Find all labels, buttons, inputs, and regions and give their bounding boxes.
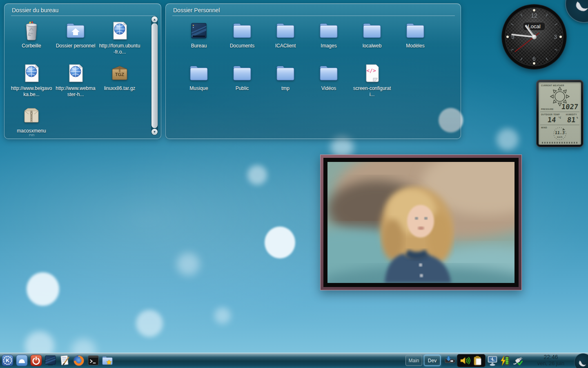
folderview-desktop[interactable]: Dossier du bureau Corbeille Dossier pers…: [4, 3, 161, 139]
humidity-unit: %: [577, 116, 578, 119]
panel-toolbox-cashew[interactable]: [574, 353, 588, 368]
clock-tick: [511, 49, 514, 51]
file-label: Documents: [230, 43, 255, 49]
firefox-icon: [73, 355, 85, 367]
klipper-tray[interactable]: [472, 355, 483, 366]
panel-cashew-container: [577, 353, 587, 368]
file-label: tmp: [281, 85, 290, 92]
network-plug-tray[interactable]: [512, 355, 523, 366]
humidity-value: 81: [566, 116, 576, 124]
file-item-weblink[interactable]: http://www.webmaster-h...: [53, 60, 98, 103]
file-item-folder[interactable]: localweb: [350, 18, 394, 60]
file-item-weblink[interactable]: http://forum.ubuntu-fr.o...: [98, 18, 142, 60]
clock-tick: [546, 58, 548, 61]
desktop-toolbox-cashew[interactable]: [565, 0, 588, 23]
clock-tick: [520, 13, 522, 16]
bokeh-light: [136, 310, 163, 337]
folder-icon: [275, 20, 296, 41]
scrollbar-thumb[interactable]: [151, 23, 158, 128]
wind-label: WIND: [541, 126, 547, 129]
clock-center-cap: [532, 35, 537, 39]
file-item-tgz[interactable]: TGZ linuxx86.tar.gz: [98, 60, 142, 103]
folder-icon: [361, 20, 383, 41]
file-item-folder[interactable]: Images: [307, 18, 350, 60]
file-label: localweb: [363, 43, 382, 49]
file-item-bureau[interactable]: Bureau: [177, 18, 220, 60]
home-folder-icon: [65, 20, 86, 41]
photo-frame-widget[interactable]: [320, 155, 522, 290]
show-desktop-button[interactable]: [44, 354, 57, 367]
virtual-desktop-pager[interactable]: Main Dev: [405, 355, 441, 366]
kde-menu-button[interactable]: K: [1, 354, 14, 367]
wind-unit: km/h: [557, 136, 562, 138]
pager-desktop-main[interactable]: Main: [405, 355, 422, 366]
favorites-folder-icon: [101, 355, 114, 367]
clock-dot: [533, 9, 535, 11]
scroll-up-button[interactable]: ▲: [151, 16, 158, 22]
session-dome-icon: [16, 355, 28, 366]
file-item-weblink[interactable]: http://www.belgavoka.be...: [9, 60, 53, 103]
file-item-folder[interactable]: Vidéos: [307, 60, 350, 103]
clock-number-3: 3: [554, 34, 557, 40]
divider: [172, 16, 455, 16]
battery-tray[interactable]: [499, 355, 511, 366]
tgz-archive-icon: TGZ: [109, 63, 130, 84]
file-item-folder[interactable]: Modèles: [394, 18, 437, 60]
second-hand: [514, 36, 535, 52]
volume-icon: [459, 355, 470, 366]
file-label: Corbeille: [22, 43, 41, 49]
text-editor-button[interactable]: [58, 354, 71, 367]
folderview-home[interactable]: Dossier Personnel Bureau Documents: [165, 3, 461, 139]
bokeh-light: [265, 227, 295, 258]
digital-clock[interactable]: 22:46 ven, 26 juin: [528, 354, 574, 366]
svg-text:TGZ: TGZ: [115, 72, 124, 77]
svg-text:K: K: [5, 358, 9, 364]
svg-text:</>: </>: [366, 67, 376, 74]
device-notifier-tray[interactable]: [444, 355, 456, 366]
weather-station-widget[interactable]: CURRENT WEATHER PRESSURE 1027 OUTDOOR TE…: [536, 80, 584, 147]
file-item-home-folder[interactable]: Dossier personnel: [53, 18, 98, 60]
file-label: Images: [321, 43, 336, 49]
taskbar-panel[interactable]: K: [0, 353, 588, 368]
clock-time: 22:46: [543, 354, 558, 361]
file-item-folder[interactable]: Documents: [220, 18, 264, 60]
analog-clock-widget[interactable]: 12 3 6 9 Local: [502, 4, 566, 69]
file-item-folder[interactable]: Public: [220, 60, 264, 103]
pager-desktop-dev[interactable]: Dev: [424, 355, 441, 366]
session-launcher-button[interactable]: [15, 354, 28, 367]
pressure-value: 1027: [561, 103, 579, 111]
file-item-folder[interactable]: ICAClient: [264, 18, 307, 60]
folder-icon: [318, 63, 339, 84]
firefox-button[interactable]: [72, 354, 85, 367]
file-item-folder[interactable]: tmp: [264, 60, 307, 103]
file-label: Dossier personnel: [56, 43, 96, 49]
clock-number-6: 6: [532, 56, 536, 62]
web-link-icon: [65, 63, 86, 84]
bokeh-light: [27, 272, 59, 306]
file-item-trash[interactable]: Corbeille: [9, 18, 53, 60]
leave-shutdown-button[interactable]: [29, 354, 42, 367]
usb-monitor-tray[interactable]: [487, 355, 498, 366]
text-editor-icon: [59, 355, 71, 366]
web-link-icon: [21, 63, 42, 84]
folderview-title: Dossier Personnel: [173, 7, 220, 13]
file-label: Modèles: [406, 43, 424, 49]
scroll-down-button[interactable]: ▼: [151, 129, 158, 135]
file-item-zip[interactable]: macosxmenu zip: [9, 103, 53, 145]
power-leave-icon: [30, 355, 42, 366]
folderview-scrollbar[interactable]: ▲ ▼: [151, 16, 158, 135]
volume-tray[interactable]: [459, 355, 470, 366]
temperature-unit: °C: [558, 116, 561, 119]
terminal-button[interactable]: [87, 354, 100, 367]
html-file-icon: </>: [361, 63, 383, 84]
file-item-html[interactable]: </> screen-configurati...: [350, 60, 394, 103]
file-item-folder[interactable]: Musique: [177, 60, 220, 103]
network-plug-ok-icon: [512, 355, 523, 367]
clock-dot: [533, 62, 535, 65]
photo-frame-matte: [323, 158, 519, 287]
battery-charging-icon: [499, 355, 511, 367]
favorites-folder-button[interactable]: [101, 354, 114, 367]
clock-dot: [559, 36, 562, 38]
file-label: Vidéos: [321, 85, 336, 92]
system-tray-group[interactable]: [457, 354, 486, 367]
